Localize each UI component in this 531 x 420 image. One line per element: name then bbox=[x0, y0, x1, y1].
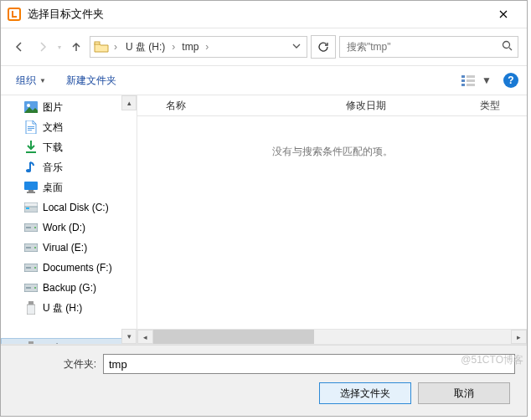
app-icon bbox=[8, 8, 21, 21]
folder-name-label: 文件夹: bbox=[13, 357, 96, 371]
chevron-down-icon: ▼ bbox=[482, 74, 492, 86]
search-input[interactable] bbox=[345, 40, 498, 54]
svg-rect-2 bbox=[12, 16, 17, 18]
breadcrumb-item[interactable]: tmp bbox=[178, 39, 202, 54]
sidebar-item-label: U 盘 (H:) bbox=[43, 341, 82, 345]
scroll-thumb[interactable] bbox=[153, 330, 314, 344]
svg-point-34 bbox=[34, 287, 36, 289]
close-icon bbox=[499, 10, 508, 18]
back-button[interactable] bbox=[9, 37, 29, 57]
svg-rect-26 bbox=[26, 227, 31, 228]
scroll-right-button[interactable]: ▸ bbox=[511, 330, 527, 344]
up-button[interactable] bbox=[66, 37, 86, 57]
scroll-track[interactable] bbox=[153, 330, 511, 344]
sidebar-item-label: 文档 bbox=[43, 120, 63, 135]
arrow-right-icon bbox=[37, 41, 49, 53]
sidebar-item-documentsf[interactable]: Documents (F:) bbox=[1, 258, 137, 278]
column-headers: 名称 修改日期 类型 bbox=[137, 95, 527, 116]
svg-rect-16 bbox=[26, 151, 36, 153]
chevron-right-icon: › bbox=[204, 41, 210, 53]
drive-icon bbox=[24, 221, 38, 234]
drive-icon bbox=[24, 241, 38, 254]
svg-rect-20 bbox=[27, 192, 35, 193]
column-type[interactable]: 类型 bbox=[472, 99, 527, 113]
svg-rect-5 bbox=[461, 75, 465, 78]
svg-point-17 bbox=[26, 169, 31, 172]
svg-rect-0 bbox=[8, 8, 20, 20]
sidebar-item-label: 下载 bbox=[43, 141, 63, 155]
chevron-right-icon: › bbox=[170, 41, 177, 53]
help-button[interactable]: ? bbox=[503, 73, 518, 88]
search-icon bbox=[502, 40, 513, 54]
svg-rect-8 bbox=[467, 79, 475, 82]
sidebar-item-backup[interactable]: Backup (G:) bbox=[1, 278, 137, 298]
organize-label: 组织 bbox=[16, 74, 36, 88]
window-title: 选择目标文件夹 bbox=[28, 7, 487, 22]
svg-rect-6 bbox=[467, 75, 475, 78]
forward-button[interactable] bbox=[33, 37, 53, 57]
sidebar-scroll-up[interactable]: ▴ bbox=[121, 95, 137, 110]
sidebar-item-usb2[interactable]: U 盘 (H:) bbox=[1, 338, 137, 344]
svg-rect-10 bbox=[467, 84, 475, 86]
breadcrumb: U 盘 (H:) › tmp › bbox=[122, 38, 286, 56]
folder-name-input[interactable] bbox=[103, 354, 515, 374]
drive-icon bbox=[24, 100, 38, 114]
file-picker-window: 选择目标文件夹 ▾ › U 盘 (H:) › tmp › bbox=[0, 0, 528, 417]
sidebar-item-label: 图片 bbox=[43, 100, 63, 115]
footer: 文件夹: 选择文件夹 取消 bbox=[1, 345, 527, 416]
drive-icon bbox=[24, 120, 38, 134]
breadcrumb-item[interactable]: U 盘 (H:) bbox=[122, 38, 168, 56]
sidebar-item-downloads[interactable]: 下载 bbox=[1, 137, 137, 157]
chevron-right-icon: › bbox=[112, 41, 119, 53]
chevron-down-icon: ▼ bbox=[39, 77, 46, 85]
column-name[interactable]: 名称 bbox=[137, 99, 338, 113]
drive-icon bbox=[24, 161, 38, 174]
svg-point-31 bbox=[34, 267, 36, 269]
view-icon bbox=[461, 74, 478, 86]
help-icon: ? bbox=[508, 74, 513, 86]
svg-rect-23 bbox=[26, 207, 29, 209]
sidebar-item-pictures[interactable]: 图片 bbox=[1, 97, 137, 117]
sidebar-item-localdisk[interactable]: Local Disk (C:) bbox=[1, 197, 137, 218]
svg-rect-15 bbox=[28, 130, 32, 131]
sidebar-item-music[interactable]: 音乐 bbox=[1, 157, 137, 177]
select-folder-button[interactable]: 选择文件夹 bbox=[319, 382, 411, 404]
horizontal-scrollbar[interactable]: ◂ ▸ bbox=[137, 329, 527, 344]
refresh-icon bbox=[317, 41, 329, 53]
svg-rect-38 bbox=[28, 341, 34, 344]
empty-state: 没有与搜索条件匹配的项。 bbox=[137, 116, 527, 329]
chevron-down-icon bbox=[292, 42, 301, 50]
sidebar-item-work[interactable]: Work (D:) bbox=[1, 218, 137, 238]
column-modified[interactable]: 修改日期 bbox=[338, 99, 472, 113]
drive-icon bbox=[24, 301, 38, 315]
sidebar-item-virual[interactable]: Virual (E:) bbox=[1, 238, 137, 258]
sidebar-scroll-down[interactable]: ▾ bbox=[121, 329, 137, 344]
sidebar-item-label: Virual (E:) bbox=[43, 242, 87, 254]
address-dropdown[interactable] bbox=[290, 41, 303, 53]
new-folder-button[interactable]: 新建文件夹 bbox=[59, 70, 123, 91]
search-box[interactable] bbox=[339, 36, 518, 58]
drive-icon bbox=[24, 201, 38, 214]
scroll-left-button[interactable]: ◂ bbox=[137, 330, 153, 344]
sidebar-item-label: Documents (F:) bbox=[43, 262, 112, 274]
view-options-button[interactable]: ▼ bbox=[458, 73, 495, 88]
svg-rect-37 bbox=[27, 305, 35, 315]
sidebar-item-documents[interactable]: 文档 bbox=[1, 117, 137, 137]
svg-rect-35 bbox=[26, 287, 31, 289]
organize-button[interactable]: 组织 ▼ bbox=[9, 70, 53, 91]
sidebar-item-label: 桌面 bbox=[43, 181, 63, 195]
refresh-button[interactable] bbox=[311, 35, 336, 59]
address-bar[interactable]: › U 盘 (H:) › tmp › bbox=[90, 36, 307, 58]
sidebar-item-usb1[interactable]: U 盘 (H:) bbox=[1, 298, 137, 318]
sidebar-item-label: U 盘 (H:) bbox=[43, 301, 82, 315]
svg-rect-22 bbox=[24, 202, 38, 207]
svg-rect-36 bbox=[28, 301, 34, 305]
titlebar: 选择目标文件夹 bbox=[1, 1, 527, 28]
recent-locations-dropdown[interactable]: ▾ bbox=[58, 44, 61, 51]
svg-rect-32 bbox=[26, 267, 31, 269]
cancel-button[interactable]: 取消 bbox=[418, 382, 510, 404]
sidebar-item-desktop[interactable]: 桌面 bbox=[1, 177, 137, 197]
drive-icon bbox=[24, 261, 38, 274]
nav-bar: ▾ › U 盘 (H:) › tmp › bbox=[1, 28, 527, 65]
close-button[interactable] bbox=[487, 1, 520, 28]
